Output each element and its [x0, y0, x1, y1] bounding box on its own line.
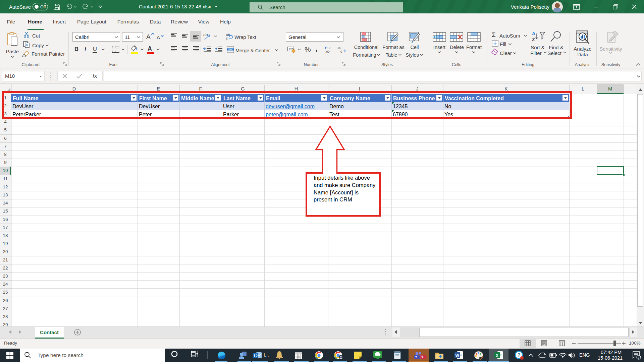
svg-text:W: W	[455, 353, 460, 358]
svg-text:9+: 9+	[421, 355, 425, 359]
svg-text:7: 7	[638, 356, 640, 359]
svg-text:T: T	[415, 356, 417, 359]
svg-text:?: ?	[518, 352, 521, 358]
svg-text:X: X	[496, 353, 498, 358]
